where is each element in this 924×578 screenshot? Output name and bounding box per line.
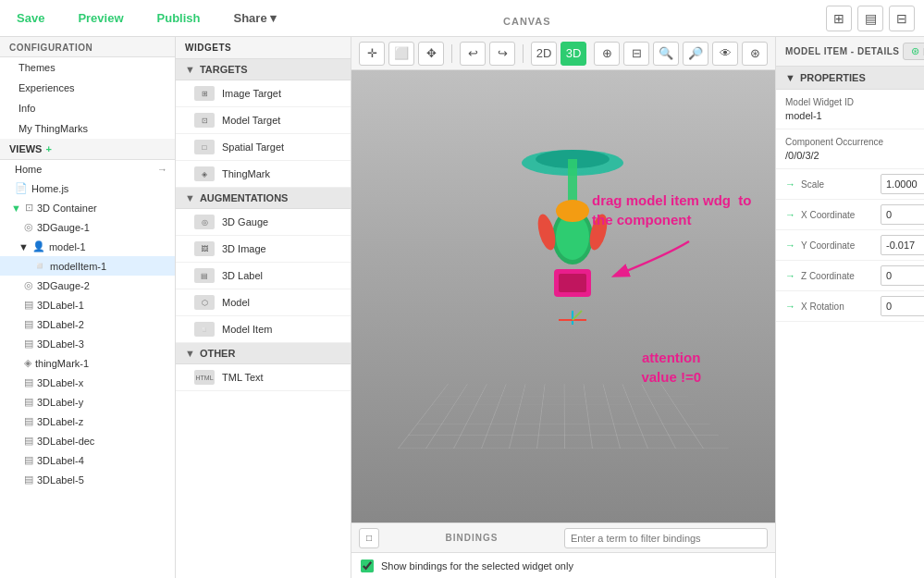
zoom-fit-btn[interactable]: ⊕	[594, 42, 620, 66]
tree-item-3dlabel5[interactable]: ▤3DLabel-5	[0, 470, 175, 489]
other-group-header[interactable]: ▼ OTHER	[176, 343, 351, 364]
view-3d-btn[interactable]: 3D	[561, 42, 586, 66]
sidebar-item-experiences[interactable]: Experiences	[0, 78, 175, 98]
publish-button[interactable]: Publish	[150, 7, 208, 29]
widget-tml-text[interactable]: HTML TML Text	[176, 364, 351, 391]
label3-icon: ▤	[24, 338, 33, 350]
tree-item-model1[interactable]: ▼ 👤 model-1	[0, 237, 175, 256]
views-header[interactable]: VIEWS +	[0, 139, 175, 160]
widget-thingmark[interactable]: ◈ ThingMark	[176, 161, 351, 188]
properties-section-header[interactable]: ▼ PROPERTIES	[776, 67, 924, 90]
model-widget-id-group: Model Widget ID model-1	[776, 90, 924, 129]
x-rot-label: X Rotation	[801, 301, 875, 312]
labeldec-icon: ▤	[24, 435, 33, 447]
sidebar-item-experiences-label: Experiences	[18, 82, 75, 93]
tree-item-homejs[interactable]: 📄 Home.js	[0, 178, 175, 198]
canvas-label: CANVAS	[503, 16, 551, 27]
bindings-search-input[interactable]	[564, 528, 768, 548]
main-layout: CONFIGURATION Themes Experiences Info My…	[0, 37, 924, 578]
tree-item-3dgauge1[interactable]: ◎ 3DGauge-1	[0, 217, 175, 237]
bindings-expand-btn[interactable]: □	[359, 528, 379, 548]
view-2d-btn[interactable]: 2D	[531, 42, 557, 66]
target-btn[interactable]: ⊛	[742, 42, 768, 66]
3d-image-icon: 🖼	[194, 241, 215, 256]
tree-item-3dlabel1[interactable]: ▤3DLabel-1	[0, 295, 175, 314]
tree-item-3dlabeldec[interactable]: ▤3DLabel-dec	[0, 431, 175, 450]
bindings-filter-checkbox[interactable]	[361, 560, 374, 572]
widget-spatial-target[interactable]: □ Spatial Target	[176, 134, 351, 161]
tree-item-3dlabel4[interactable]: ▤3DLabel-4	[0, 450, 175, 470]
home-arrow-icon: →	[157, 164, 167, 175]
layout-icon-2[interactable]: ▤	[857, 6, 883, 31]
redo-btn[interactable]: ↪	[489, 42, 515, 66]
tree-item-home[interactable]: Home →	[0, 160, 175, 178]
labelx-icon: ▤	[24, 376, 33, 388]
widget-model-item[interactable]: ◽ Model Item	[176, 316, 351, 343]
tree-item-3dlabelz[interactable]: ▤3DLabel-z	[0, 412, 175, 431]
add-view-icon[interactable]: +	[45, 143, 51, 154]
tree-item-3dgauge2[interactable]: ◎3DGauge-2	[0, 276, 175, 295]
targets-group-header[interactable]: ▼ TARGETS	[176, 59, 351, 80]
remove-button[interactable]: ⊛ Remove	[903, 43, 924, 60]
home-label: Home	[15, 164, 42, 175]
widget-3d-label[interactable]: ▤ 3D Label	[176, 263, 351, 289]
scale-input[interactable]	[881, 174, 924, 194]
canvas-toolbar: ✛ ⬜ ✥ ↩ ↪ 2D 3D ⊕ ⊟ 🔍 🔎 👁 ⊛	[351, 37, 775, 70]
gauge-icon: ◎	[24, 221, 33, 233]
x-coord-label: X Coordinate	[801, 210, 875, 220]
y-coord-input[interactable]	[881, 235, 924, 255]
zoom-region-btn[interactable]: 🔎	[683, 42, 708, 66]
tree-item-3dcontainer[interactable]: ▼ ⊡ 3D Container	[0, 198, 175, 217]
other-label: OTHER	[200, 348, 236, 359]
model-widget-id-label: Model Widget ID	[785, 97, 924, 107]
zoom-in-btn[interactable]: 🔍	[653, 42, 679, 66]
zoom-out-btn[interactable]: ⊟	[623, 42, 649, 66]
select-tool-btn[interactable]: ⬜	[388, 42, 414, 66]
label1-icon: ▤	[24, 299, 33, 311]
layout-icon-3[interactable]: ⊟	[889, 6, 915, 31]
tree-item-modelitem1[interactable]: ◽ modelItem-1	[0, 256, 175, 276]
views-label: VIEWS	[9, 143, 42, 154]
label2-icon: ▤	[24, 318, 33, 330]
widget-3d-image[interactable]: 🖼 3D Image	[176, 236, 351, 263]
tree-item-3dlabely[interactable]: ▤3DLabel-y	[0, 392, 175, 412]
expand-model-icon: ▼	[18, 241, 29, 252]
widget-3d-gauge[interactable]: ◎ 3D Gauge	[176, 209, 351, 236]
sidebar-item-info[interactable]: Info	[0, 98, 175, 118]
toolbar-sep-1	[451, 44, 452, 63]
svg-line-12	[573, 311, 582, 320]
tree-item-thingmark1[interactable]: ◈thingMark-1	[0, 353, 175, 373]
bindings-show-label: Show bindings for the selected widget on…	[381, 560, 573, 572]
model-widget-id-value: model-1	[785, 110, 924, 121]
preview-button[interactable]: Preview	[70, 7, 130, 29]
layout-icon-1[interactable]: ⊞	[826, 6, 852, 31]
tree-item-3dlabel3[interactable]: ▤3DLabel-3	[0, 334, 175, 353]
label5-icon: ▤	[24, 473, 33, 486]
tml-text-icon: HTML	[194, 370, 215, 385]
right-panel-header: MODEL ITEM - DETAILS ⊛ Remove	[776, 37, 924, 67]
augmentations-group-header[interactable]: ▼ AUGMENTATIONS	[176, 188, 351, 209]
widget-model-target[interactable]: ⊡ Model Target	[176, 107, 351, 134]
widgets-header: WIDGETS	[176, 37, 351, 59]
eye-btn[interactable]: 👁	[712, 42, 738, 66]
sidebar-item-thingmarks[interactable]: My ThingMarks	[0, 118, 175, 139]
spatial-target-icon: □	[194, 140, 215, 154]
undo-btn[interactable]: ↩	[460, 42, 486, 66]
save-button[interactable]: Save	[9, 7, 52, 29]
hand-tool-btn[interactable]: ✥	[418, 42, 444, 66]
z-coord-arrow-icon: →	[785, 270, 795, 281]
tree-item-3dlabel2[interactable]: ▤3DLabel-2	[0, 314, 175, 334]
canvas-viewport[interactable]: drag model item wdg to the component	[351, 70, 775, 523]
3dgauge1-label: 3DGauge-1	[37, 222, 90, 233]
widget-model[interactable]: ⬡ Model	[176, 289, 351, 316]
model-folder-icon: 👤	[32, 240, 45, 252]
x-coord-input[interactable]	[881, 204, 924, 225]
x-rot-input[interactable]	[881, 296, 924, 316]
image-target-icon: ⊞	[194, 86, 215, 101]
pointer-tool-btn[interactable]: ✛	[359, 42, 385, 66]
tree-item-3dlabelx[interactable]: ▤3DLabel-x	[0, 373, 175, 392]
widget-image-target[interactable]: ⊞ Image Target	[176, 80, 351, 107]
sidebar-item-themes[interactable]: Themes	[0, 57, 175, 78]
share-button[interactable]: Share ▾	[226, 7, 284, 29]
z-coord-input[interactable]	[881, 265, 924, 286]
